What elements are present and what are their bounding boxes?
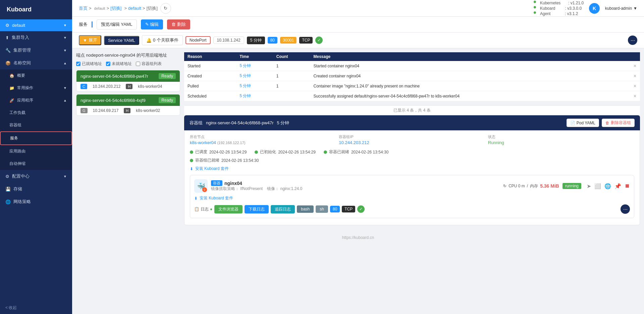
event-row-3: Pulled 5 分钟 1 Container image "nginx:1.2…: [184, 81, 640, 91]
sidebar-item-label: 自动伸缩: [9, 161, 25, 167]
service-yaml-button[interactable]: Service YAML: [104, 36, 139, 45]
log-icon: 📋: [194, 207, 199, 211]
filter-container-checkbox[interactable]: [136, 62, 140, 66]
events-button[interactable]: 🔔 0 个关联事件: [142, 35, 183, 45]
event-count-3: 1: [273, 81, 310, 91]
breadcrumb-sep4: >: [143, 6, 145, 11]
sidebar-item-common[interactable]: 📁 常用操作 ▼: [0, 82, 72, 94]
sidebar-item-workload[interactable]: 工作负载: [0, 107, 72, 119]
container-status-dot: ✓: [357, 205, 365, 213]
service-header: 服务 预览/编辑 YAML ✎ 编辑 🗑 删除: [72, 17, 644, 33]
tag-nodeport: NodePort: [185, 36, 211, 44]
container-more-button[interactable]: ⋯: [621, 204, 630, 214]
cg-status-row: 已调度 2024-02-26 13:54:29 已初始化 2024-02-26 …: [190, 149, 634, 155]
pod-node-1: k8s-worker04: [138, 84, 162, 89]
breadcrumb-current: [切换]: [147, 5, 158, 11]
preview-yaml-button[interactable]: 预览/编辑 YAML: [97, 19, 137, 29]
terminal-icon[interactable]: ⬜: [594, 183, 601, 189]
event-time-3: 5 分钟: [236, 81, 273, 91]
sh-button[interactable]: sh: [316, 205, 328, 213]
send-icon[interactable]: ➤: [587, 183, 591, 189]
breadcrumb-service-list[interactable]: default: [128, 6, 141, 11]
breadcrumb-sep2: >: [107, 6, 109, 11]
network-icon: 🌐: [5, 199, 11, 204]
breadcrumb-home[interactable]: 首页: [79, 5, 88, 11]
sidebar-item-autoscale[interactable]: 自动伸缩: [0, 158, 72, 170]
pod-yaml-button[interactable]: 📄 Pod YAML: [567, 119, 599, 127]
container-ready-dot: [324, 150, 327, 154]
sidebar-item-label: 应用路由: [9, 148, 25, 154]
filter-bound[interactable]: 已就绪地址: [76, 61, 102, 67]
remove-pod-button[interactable]: 🗑 删除容器组: [602, 119, 635, 127]
sidebar-item-network[interactable]: 🌐 网络策略: [0, 195, 72, 208]
arrow-icon: ▼: [63, 86, 67, 90]
sidebar-item-import[interactable]: ⬆ 集群导入 ▼: [0, 31, 72, 44]
sidebar-item-label: 服务: [10, 135, 18, 141]
container-resource: ↻ CPU 0 m / 内存 5.36 MiB: [503, 183, 559, 189]
event-close-3[interactable]: ✕: [633, 84, 637, 88]
sidebar-item-cluster[interactable]: 🔧 集群管理 ▼: [0, 44, 72, 57]
sidebar-item-container-group[interactable]: 容器组: [0, 119, 72, 131]
event-message-4: Successfully assigned default/nginx-serv…: [310, 91, 620, 101]
arrow-icon: ▼: [63, 49, 67, 52]
topbar-right: Kubernetes : v1.21.0 Kuboard : v3.3.0.0 …: [534, 1, 637, 16]
memory-value: 5.36 MiB: [540, 183, 559, 189]
event-close-1[interactable]: ✕: [633, 64, 637, 68]
expand-button[interactable]: ▼ 展开: [79, 35, 101, 45]
filter-unbound-checkbox[interactable]: [106, 62, 110, 66]
file-browser-button[interactable]: 文件浏览器: [214, 205, 243, 213]
breadcrumb: 首页 > default > [切换] > default > [切换] ↻: [79, 3, 171, 14]
more-button[interactable]: ⋯: [628, 36, 637, 45]
install-kuboard-cg[interactable]: ⬇ 安装 Kuboard 套件: [190, 166, 634, 172]
container-docker-icon: 🐳 0: [194, 179, 208, 193]
cg-ip-item: 容器组IP 10.244.203.212: [339, 134, 485, 145]
bash-button[interactable]: bash: [297, 205, 314, 213]
install-kuboard-container[interactable]: ⬇ 安装 Kuboard 套件: [194, 195, 630, 201]
pin-icon[interactable]: 📌: [614, 183, 621, 189]
download-log-button[interactable]: 下载日志: [245, 205, 269, 213]
scheduled-label: 已调度: [195, 149, 207, 155]
sidebar-item-default[interactable]: ⚙ default ▼: [0, 19, 72, 31]
refresh-icon: ↻: [503, 184, 506, 188]
pod-node-2: k8s-worker02: [136, 108, 160, 113]
node-value[interactable]: k8s-worker04 (192.168.122.17): [190, 140, 336, 145]
stop-icon[interactable]: ⏹: [625, 183, 630, 189]
filter-container[interactable]: 容器组列表: [136, 61, 162, 67]
container-group-time: 5 分钟: [277, 120, 289, 126]
sidebar-item-overview[interactable]: 🏠 概要: [0, 69, 72, 82]
sidebar-item-app[interactable]: 🚀 应用程序 ▲: [0, 94, 72, 107]
tag-port-80: 80: [268, 37, 277, 44]
tag-tcp: TCP: [299, 37, 313, 44]
sidebar-item-config[interactable]: ⚙ 配置中心 ▼: [0, 170, 72, 183]
home-icon: 🏠: [9, 73, 14, 78]
refresh-button[interactable]: ↻: [160, 3, 171, 14]
sidebar-item-storage[interactable]: 💾 存储: [0, 183, 72, 195]
log-dot: ●: [210, 207, 212, 211]
restart-count-badge: 0: [202, 187, 207, 192]
event-close-4[interactable]: ✕: [633, 94, 637, 99]
breadcrumb-default2[interactable]: [切换]: [110, 5, 121, 11]
folder-icon: 📁: [9, 86, 14, 90]
delete-button[interactable]: 🗑 删除: [167, 19, 190, 29]
sidebar-collapse[interactable]: < 收起: [0, 302, 72, 314]
sidebar-item-app-route[interactable]: 应用路由: [0, 145, 72, 158]
user-name[interactable]: kuboard-admin ▼: [605, 6, 637, 11]
trace-log-button[interactable]: 追踪日志: [271, 205, 295, 213]
cluster-icon: 🔧: [5, 48, 11, 53]
sidebar-item-service[interactable]: 服务: [0, 131, 72, 145]
filter-unbound[interactable]: 未就绪地址: [106, 61, 132, 67]
event-message-2: Created container nginx04: [310, 71, 620, 81]
event-close-2[interactable]: ✕: [633, 74, 637, 78]
sidebar-item-namespace[interactable]: 📦 名称空间 ▲: [0, 57, 72, 69]
status-dot: ✓: [315, 37, 323, 44]
initialized-time: 2024-02-26 13:54:29: [278, 150, 315, 154]
event-row-4: Scheduled 5 分钟 Successfully assigned def…: [184, 91, 640, 101]
filter-bound-checkbox[interactable]: [76, 62, 80, 66]
breadcrumb-switch1[interactable]: default: [94, 6, 105, 10]
globe-icon[interactable]: 🌐: [604, 183, 611, 189]
ip-label: 容器组IP: [339, 134, 485, 139]
node-label: 所在节点: [190, 134, 336, 139]
config-icon: ⚙: [5, 174, 9, 179]
arrow-icon: ▼: [63, 175, 67, 178]
edit-button[interactable]: ✎ 编辑: [141, 19, 163, 29]
